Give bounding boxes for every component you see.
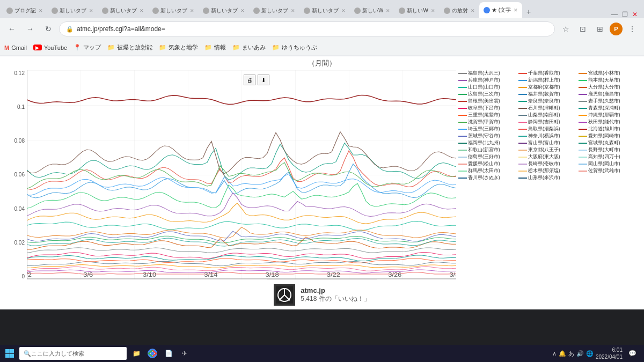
legend-line-23	[579, 122, 587, 123]
tab-search-button[interactable]: ⊞	[592, 21, 608, 36]
legend-line-12	[458, 101, 467, 102]
legend-item-20: 沖縄県(那覇市)	[579, 112, 636, 119]
legend-item-22: 静岡県(吉田町)	[518, 119, 576, 125]
legend-line-29	[579, 136, 587, 137]
browser-tab-3[interactable]: 新しいタブ✕	[148, 3, 199, 18]
cast-button[interactable]: ⊡	[575, 21, 590, 36]
bookmark-item-2[interactable]: 📍マップ	[74, 43, 101, 51]
start-button[interactable]	[2, 346, 17, 361]
legend-label-38: 高知県(四万十)	[588, 154, 620, 160]
legend-line-13	[518, 101, 527, 102]
bookmark-item-7[interactable]: 📁ゆうちゅうぶ	[272, 43, 317, 51]
browser-chrome: ← → ↻ 🔒 atmc.jp/prefs.cgi?a=all&mode= ☆ …	[0, 18, 644, 56]
bookmark-item-0[interactable]: MGmail	[4, 45, 27, 51]
taskbar-icon-4[interactable]: ✈	[177, 346, 192, 361]
bookmark-item-4[interactable]: 📁気象と地学	[159, 43, 198, 51]
browser-tab-5[interactable]: 新しいタブ✕	[249, 3, 299, 18]
profile-button[interactable]: P	[610, 23, 623, 35]
legend-label-1: 千葉県(香取市)	[528, 70, 560, 77]
legend-line-16	[518, 108, 527, 109]
legend-item-11: 鹿児島(鹿島市)	[579, 91, 636, 98]
y-axis-label-0: 0.12	[14, 70, 25, 76]
more-menu-button[interactable]: ⋮	[625, 21, 640, 36]
legend-item-15: 岐阜県(下呂市)	[458, 105, 516, 112]
legend-line-18	[458, 115, 467, 116]
bookmark-item-6[interactable]: 📁まいあみ	[232, 43, 266, 51]
new-tab-button[interactable]: +	[522, 5, 535, 18]
taskbar-icon-3[interactable]: 📄	[161, 346, 176, 361]
browser-tab-4[interactable]: 新しいタブ✕	[199, 3, 249, 18]
legend-label-35: 長野県(大町市)	[588, 147, 620, 153]
search-placeholder: ここに入力して検索	[31, 350, 84, 358]
taskbar-pinned-icons: 📁 📄 ✈	[129, 346, 192, 361]
y-axis-label-3: 0.06	[14, 172, 25, 178]
y-axis-label-6: 0	[21, 274, 25, 279]
browser-tab-8[interactable]: 新しいW✕	[394, 3, 439, 18]
legend-line-10	[518, 94, 527, 95]
reload-button[interactable]: ↻	[41, 21, 56, 36]
download-button[interactable]: ⬇	[258, 75, 269, 85]
bookmark-item-1[interactable]: ▶YouTube	[33, 45, 67, 51]
file-explorer-icon[interactable]: 📁	[129, 346, 144, 361]
forward-button[interactable]: →	[23, 21, 38, 36]
legend-line-25	[518, 129, 527, 130]
lock-icon: 🔒	[66, 26, 74, 33]
legend-line-0	[458, 73, 467, 74]
minimize-button[interactable]: —	[611, 11, 618, 18]
folder-icon: 📁	[232, 44, 240, 51]
browser-tab-10[interactable]: ★ (文字✕	[479, 2, 522, 18]
search-icon: 🔍	[24, 350, 31, 357]
tab-strip: ブログ記✕新しいタブ✕新しいタブ✕新しいタブ✕新しいタブ✕新しいタブ✕新しいタブ…	[0, 0, 644, 18]
legend-item-16: 石川県(津幡町)	[518, 105, 576, 112]
keyboard-icon[interactable]: あ	[568, 350, 574, 358]
chrome-taskbar-icon[interactable]	[145, 346, 160, 361]
legend-label-19: 山梨県(南部町)	[528, 112, 560, 119]
legend-line-43	[518, 171, 527, 172]
footer-info: atmc.jp 5,418 件の「いいね！」	[301, 286, 370, 304]
bookmark-item-5[interactable]: 📁情報	[204, 43, 226, 51]
legend-item-7: 京都府(京都市)	[518, 84, 576, 91]
legend-label-32: 宮城県(丸森町)	[588, 140, 620, 146]
legend-line-22	[518, 122, 527, 123]
legend-line-46	[518, 178, 527, 179]
legend-item-6: 山口県(山口市)	[458, 84, 516, 91]
legend-item-41: 岡山県(岡山市)	[579, 161, 636, 167]
browser-tab-6[interactable]: 新しいタブ✕	[299, 3, 350, 18]
restore-button[interactable]: ❐	[622, 11, 628, 18]
footer: atmc.jp 5,418 件の「いいね！」	[267, 279, 376, 309]
legend-line-7	[518, 87, 527, 88]
up-arrow-icon[interactable]: ∧	[552, 350, 557, 357]
legend-line-36	[458, 157, 467, 158]
legend-label-12: 島根県(美出雲)	[468, 98, 500, 105]
speaker-icon[interactable]: 🔊	[576, 350, 584, 357]
bookmark-star-button[interactable]: ☆	[558, 21, 573, 36]
legend-line-26	[579, 129, 587, 130]
taskbar-search[interactable]: 🔍 ここに入力して検索	[19, 347, 127, 360]
youtube-icon: ▶	[33, 45, 42, 50]
close-button[interactable]: ✕	[632, 11, 638, 18]
browser-tab-1[interactable]: 新しいタブ✕	[47, 3, 98, 18]
print-button[interactable]: 🖨	[244, 75, 255, 85]
network-icon[interactable]: 🌐	[586, 350, 594, 357]
browser-tab-9[interactable]: の放射✕	[440, 3, 479, 18]
legend-line-1	[518, 73, 527, 74]
legend-label-7: 京都府(京都市)	[528, 84, 560, 91]
notification-icon[interactable]: 🔔	[559, 350, 566, 357]
chart-title: （月間）	[0, 56, 644, 70]
legend-label-28: 神奈川(横浜市)	[528, 133, 560, 139]
legend-item-14: 岩手県(久慈市)	[579, 98, 636, 105]
back-button[interactable]: ←	[4, 21, 19, 36]
browser-tab-2[interactable]: 新しいタブ✕	[98, 3, 148, 18]
legend-label-21: 滋賀県(甲賀市)	[468, 119, 500, 125]
svg-text:3/2: 3/2	[27, 272, 32, 277]
legend-label-9: 広島県(三次市)	[468, 91, 500, 98]
bookmark-item-3[interactable]: 📁被爆と放射能	[107, 43, 152, 51]
svg-text:3/18: 3/18	[266, 272, 279, 277]
notification-center-button[interactable]: 💬	[625, 346, 640, 361]
legend-line-41	[579, 164, 587, 165]
browser-tab-0[interactable]: ブログ記✕	[2, 3, 47, 18]
legend-label-17: 青森県(深浦町)	[588, 105, 620, 112]
browser-tab-7[interactable]: 新しいW✕	[350, 3, 394, 18]
address-bar[interactable]: 🔒 atmc.jp/prefs.cgi?a=all&mode=	[59, 21, 555, 36]
legend-item-40: 長崎県(壱岐市)	[518, 161, 576, 167]
